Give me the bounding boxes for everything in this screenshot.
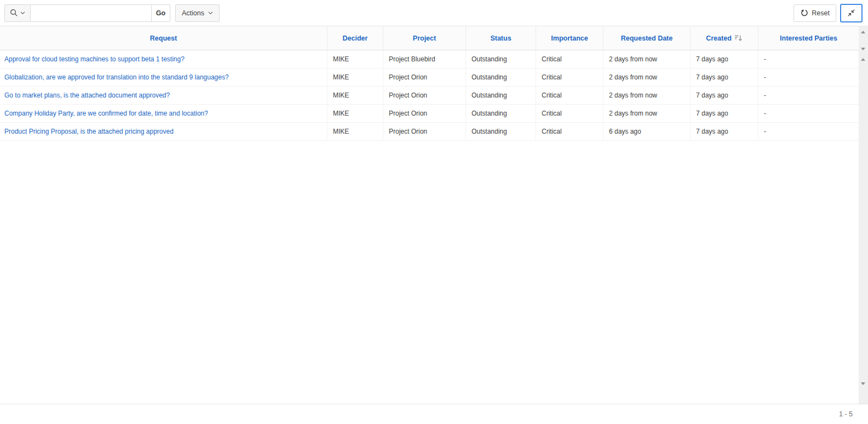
table-row: Globalization, are we approved for trans… (0, 68, 859, 87)
cell-created: 7 days ago (691, 87, 758, 104)
search-icon (10, 9, 18, 17)
table-row: Company Holiday Party, are we confirmed … (0, 105, 859, 123)
table-body: Approval for cloud testing machines to s… (0, 50, 859, 141)
scroll-up-icon[interactable] (861, 58, 865, 61)
column-header-status[interactable]: Status (466, 26, 536, 50)
cell-status: Outstanding (466, 50, 536, 68)
cell-decider: MIKE (327, 87, 383, 104)
table-row: Go to market plans, is the attached docu… (0, 87, 859, 105)
cell-created: 7 days ago (691, 105, 758, 122)
cell-importance: Critical (536, 87, 603, 104)
column-header-label: Status (490, 35, 511, 42)
request-link[interactable]: Approval for cloud testing machines to s… (4, 55, 185, 63)
column-header-label: Project (413, 35, 436, 42)
cell-importance: Critical (536, 50, 603, 68)
search-options-button[interactable] (4, 4, 31, 22)
cell-interested-parties: - (758, 68, 859, 86)
cell-project: Project Orion (383, 123, 466, 140)
cell-decider: MIKE (327, 105, 383, 122)
cell-request: Globalization, are we approved for trans… (0, 68, 327, 86)
column-header-request[interactable]: Request (0, 26, 327, 50)
cell-request: Product Pricing Proposal, is the attache… (0, 123, 327, 140)
cell-requested-date: 2 days from now (603, 87, 691, 104)
vertical-scrollbar[interactable] (859, 26, 868, 404)
table-header-row: Request Decider Project Status Importanc… (0, 26, 859, 50)
cell-interested-parties: - (758, 87, 859, 104)
cell-project: Project Orion (383, 87, 466, 104)
scroll-down-icon[interactable] (861, 48, 865, 50)
collapse-icon (847, 8, 856, 18)
column-header-label: Requested Date (621, 35, 672, 42)
cell-requested-date: 2 days from now (603, 50, 691, 68)
cell-interested-parties: - (758, 105, 859, 122)
actions-label: Actions (182, 9, 204, 17)
column-header-label: Request (150, 35, 177, 42)
cell-created: 7 days ago (691, 123, 758, 140)
cell-decider: MIKE (327, 123, 383, 140)
cell-interested-parties: - (758, 50, 859, 68)
scroll-down-icon[interactable] (861, 382, 865, 385)
column-header-label: Interested Parties (780, 35, 837, 42)
column-header-label: Decider (343, 35, 368, 42)
cell-project: Project Orion (383, 68, 466, 86)
cell-created: 7 days ago (691, 68, 758, 86)
cell-requested-date: 6 days ago (603, 123, 691, 140)
cell-decider: MIKE (327, 50, 383, 68)
actions-menu-button[interactable]: Actions (175, 4, 220, 22)
reset-icon (800, 9, 808, 17)
sort-descending-icon (734, 35, 743, 42)
column-header-interested-parties[interactable]: Interested Parties (758, 26, 859, 50)
cell-importance: Critical (536, 123, 603, 140)
column-header-label: Importance (551, 35, 588, 42)
cell-requested-date: 2 days from now (603, 105, 691, 122)
cell-request: Go to market plans, is the attached docu… (0, 87, 327, 104)
column-header-label: Created (706, 35, 732, 42)
cell-status: Outstanding (466, 123, 536, 140)
cell-importance: Critical (536, 105, 603, 122)
cell-project: Project Bluebird (383, 50, 466, 68)
column-header-created[interactable]: Created (691, 26, 758, 50)
reset-label: Reset (812, 9, 830, 17)
cell-created: 7 days ago (691, 50, 758, 68)
pagination-range: 1 - 5 (839, 410, 853, 418)
search-input[interactable] (31, 4, 152, 22)
column-header-decider[interactable]: Decider (327, 26, 383, 50)
cell-interested-parties: - (758, 123, 859, 140)
cell-decider: MIKE (327, 68, 383, 86)
chevron-down-icon (208, 12, 213, 15)
go-button[interactable]: Go (151, 4, 170, 22)
column-header-project[interactable]: Project (383, 26, 466, 50)
table-row: Product Pricing Proposal, is the attache… (0, 123, 859, 141)
report-footer: 1 - 5 (0, 404, 868, 424)
cell-project: Project Orion (383, 105, 466, 122)
restore-report-size-button[interactable] (840, 4, 863, 22)
cell-request: Company Holiday Party, are we confirmed … (0, 105, 327, 122)
request-link[interactable]: Product Pricing Proposal, is the attache… (4, 128, 174, 135)
column-header-importance[interactable]: Importance (536, 26, 603, 50)
request-link[interactable]: Company Holiday Party, are we confirmed … (4, 110, 208, 117)
cell-requested-date: 2 days from now (603, 68, 691, 86)
cell-status: Outstanding (466, 68, 536, 86)
cell-request: Approval for cloud testing machines to s… (0, 50, 327, 68)
request-link[interactable]: Go to market plans, is the attached docu… (4, 91, 170, 99)
scroll-up-icon[interactable] (861, 31, 865, 33)
table-row: Approval for cloud testing machines to s… (0, 50, 859, 68)
cell-status: Outstanding (466, 87, 536, 104)
cell-importance: Critical (536, 68, 603, 86)
chevron-down-icon (20, 12, 25, 15)
request-link[interactable]: Globalization, are we approved for trans… (4, 73, 229, 81)
reset-button[interactable]: Reset (794, 4, 836, 22)
column-header-requested-date[interactable]: Requested Date (603, 26, 691, 50)
report-toolbar: Go Actions Reset (0, 0, 868, 26)
cell-status: Outstanding (466, 105, 536, 122)
